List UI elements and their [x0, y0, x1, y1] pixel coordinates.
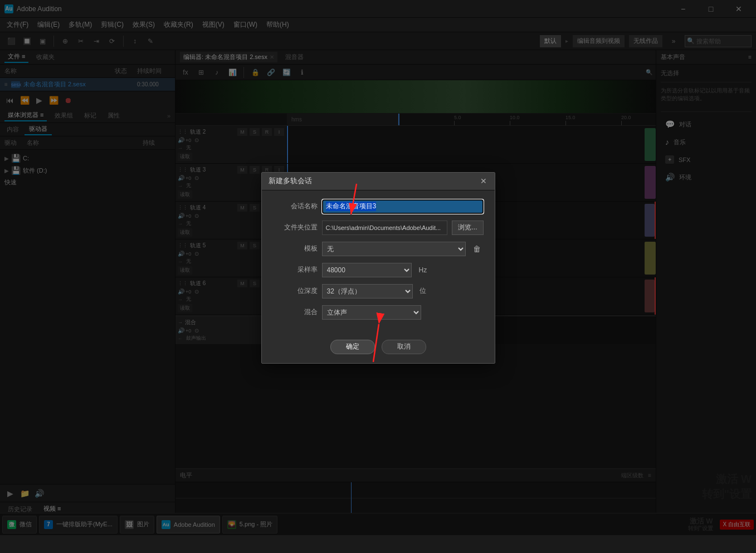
modal-title-bar: 新建多轨会话 ✕ — [262, 173, 495, 190]
folder-path-display: C:\Users\admin\Documents\Adobe\Audit... — [322, 221, 448, 235]
form-row-session-name: 会话名称 — [273, 199, 484, 214]
template-select[interactable]: 无 — [322, 242, 466, 256]
samplerate-unit: Hz — [418, 266, 427, 274]
modal-footer: 确定 取消 — [262, 335, 495, 363]
modal-body: 会话名称 文件夹位置 C:\Users\admin\Documents\Adob… — [262, 190, 495, 335]
form-row-template: 模板 无 🗑 — [273, 242, 484, 256]
template-delete-btn[interactable]: 🗑 — [470, 242, 484, 256]
browse-button[interactable]: 浏览... — [452, 221, 483, 235]
cancel-button[interactable]: 取消 — [382, 340, 426, 354]
mix-label: 混合 — [273, 307, 318, 317]
modal-overlay: 新建多轨会话 ✕ 会话名称 文件夹位置 C:\Users\admin\Docum… — [0, 0, 756, 535]
modal-new-session: 新建多轨会话 ✕ 会话名称 文件夹位置 C:\Users\admin\Docum… — [261, 172, 495, 364]
bitdepth-select[interactable]: 32（浮点） — [322, 284, 413, 298]
samplerate-label: 采样率 — [273, 265, 318, 275]
mix-select[interactable]: 立体声 — [322, 305, 421, 320]
modal-title-text: 新建多轨会话 — [269, 176, 312, 186]
form-row-folder: 文件夹位置 C:\Users\admin\Documents\Adobe\Aud… — [273, 221, 484, 235]
form-row-samplerate: 采样率 48000 Hz — [273, 263, 484, 277]
folder-label: 文件夹位置 — [273, 223, 318, 232]
template-label: 模板 — [273, 244, 318, 253]
session-name-label: 会话名称 — [273, 202, 318, 211]
bitdepth-unit: 位 — [420, 286, 426, 296]
confirm-button[interactable]: 确定 — [330, 340, 375, 354]
modal-close-btn[interactable]: ✕ — [479, 177, 488, 185]
samplerate-select[interactable]: 48000 — [322, 263, 412, 277]
folder-path-text: C:\Users\admin\Documents\Adobe\Audit... — [326, 224, 441, 231]
form-row-mix: 混合 立体声 — [273, 305, 484, 320]
form-row-bitdepth: 位深度 32（浮点） 位 — [273, 284, 484, 298]
session-name-input[interactable] — [322, 199, 484, 214]
bitdepth-label: 位深度 — [273, 286, 318, 296]
